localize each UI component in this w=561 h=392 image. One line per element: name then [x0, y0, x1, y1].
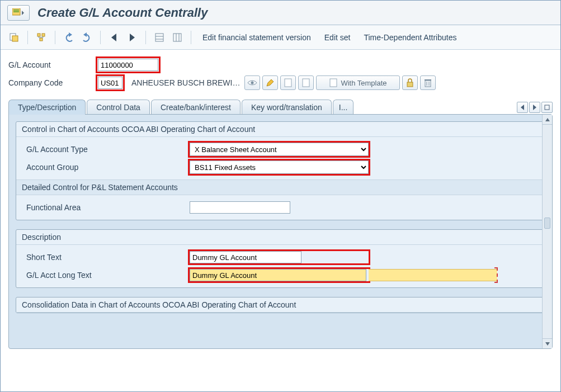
- separator: [191, 31, 191, 44]
- edit-icon[interactable]: [262, 75, 278, 90]
- tab-type-description[interactable]: Type/Description: [8, 100, 86, 115]
- scroll-grip[interactable]: [544, 218, 550, 229]
- group-consolidation: Consolidation Data in Chart of Accounts …: [16, 297, 545, 313]
- company-code-label: Company Code: [8, 78, 96, 87]
- tab-nav: [517, 102, 553, 113]
- pnl-subheader: Detailed Control for P&L Statement Accou…: [16, 180, 545, 195]
- svg-rect-5: [12, 36, 18, 41]
- gl-account-label: G/L Account: [8, 60, 96, 69]
- long-text-row: G/L Acct Long Text: [22, 266, 539, 284]
- gl-type-label: G/L Account Type: [22, 145, 190, 154]
- svg-marker-3: [22, 11, 24, 15]
- short-text-label: Short Text: [22, 253, 190, 262]
- func-area-label: Functional Area: [22, 203, 190, 212]
- display-icon[interactable]: [244, 75, 260, 90]
- tab-area: Type/Description Control Data Create/ban…: [1, 96, 560, 349]
- with-template-button[interactable]: With Template: [316, 75, 400, 90]
- svg-marker-32: [545, 118, 550, 121]
- svg-rect-21: [285, 79, 291, 87]
- redo-icon[interactable]: [79, 30, 95, 45]
- svg-rect-31: [545, 105, 549, 110]
- gl-type-select[interactable]: X Balance Sheet Account: [190, 143, 369, 156]
- with-template-label: With Template: [341, 79, 386, 87]
- svg-rect-16: [173, 34, 181, 41]
- tab-strip: Type/Description Control Data Create/ban…: [8, 99, 513, 114]
- header-inline-icons: With Template: [244, 75, 436, 90]
- tab-list[interactable]: [541, 102, 553, 113]
- func-area-row: Functional Area: [22, 199, 539, 216]
- prev-icon[interactable]: [106, 30, 122, 45]
- coa-header: Control in Chart of Accounts OCOA ABI Op…: [16, 122, 545, 137]
- tab-scroll-right[interactable]: [529, 102, 540, 113]
- svg-marker-10: [83, 32, 87, 37]
- grid-icon-1[interactable]: [152, 30, 167, 45]
- acct-group-select[interactable]: BS11 Fixed Assets: [190, 160, 369, 174]
- svg-rect-24: [407, 82, 413, 87]
- svg-point-19: [251, 82, 254, 84]
- lock-icon[interactable]: [402, 75, 418, 90]
- menu-button[interactable]: [7, 5, 30, 21]
- svg-rect-13: [155, 34, 163, 41]
- svg-marker-12: [130, 34, 135, 41]
- short-text-input[interactable]: [190, 251, 301, 263]
- svg-marker-20: [267, 79, 274, 86]
- svg-rect-23: [330, 79, 337, 87]
- svg-rect-7: [42, 34, 45, 36]
- long-text-input[interactable]: [190, 269, 366, 281]
- svg-rect-6: [37, 34, 40, 36]
- page-title: Create G/L Account Centrally: [37, 6, 208, 20]
- svg-marker-29: [521, 105, 524, 110]
- next-icon[interactable]: [124, 30, 140, 45]
- company-code-row: Company Code ANHEUSER BUSCH BREWI… With …: [8, 74, 553, 91]
- separator: [27, 31, 28, 44]
- svg-marker-30: [533, 105, 536, 110]
- edit-set-link[interactable]: Edit set: [319, 31, 356, 44]
- tab-create-bank[interactable]: Create/bank/interest: [151, 100, 241, 115]
- menu-icon: [12, 8, 25, 17]
- separator: [145, 31, 146, 44]
- scroll-up-icon[interactable]: [543, 115, 552, 125]
- time-dep-link[interactable]: Time-Dependent Attributes: [358, 31, 462, 44]
- svg-rect-8: [40, 38, 43, 41]
- acct-group-label: Account Group: [22, 163, 190, 172]
- group-coa-control: Control in Chart of Accounts OCOA ABI Op…: [16, 121, 545, 220]
- short-text-row: Short Text: [22, 248, 539, 266]
- gl-account-input[interactable]: [98, 59, 158, 71]
- edit-fsv-link[interactable]: Edit financial statement version: [197, 31, 317, 44]
- svg-marker-11: [111, 34, 116, 41]
- header-area: G/L Account Company Code ANHEUSER BUSCH …: [1, 50, 560, 96]
- svg-marker-33: [545, 342, 550, 346]
- desc-header: Description: [16, 230, 545, 245]
- company-desc: ANHEUSER BUSCH BREWI…: [131, 78, 240, 87]
- title-bar: Create G/L Account Centrally: [1, 1, 560, 25]
- tab-key-word[interactable]: Key word/translation: [242, 100, 332, 115]
- doc-icon-1[interactable]: [280, 75, 296, 90]
- app-toolbar: Edit financial statement version Edit se…: [1, 25, 560, 50]
- tab-info[interactable]: I...: [333, 100, 354, 115]
- long-text-label: G/L Acct Long Text: [22, 271, 190, 280]
- tab-panel: Control in Chart of Accounts OCOA ABI Op…: [8, 114, 553, 349]
- tab-control-data[interactable]: Control Data: [87, 100, 150, 115]
- separator: [55, 31, 55, 44]
- undo-icon[interactable]: [61, 30, 77, 45]
- document-other-icon[interactable]: [6, 30, 22, 45]
- acct-group-row: Account Group BS11 Fixed Assets: [22, 158, 539, 176]
- hierarchy-icon[interactable]: [34, 30, 49, 45]
- panel-scrollbar[interactable]: [542, 115, 552, 348]
- group-description: Description Short Text G/L Acct Long Tex…: [16, 229, 545, 288]
- grid-icon-2[interactable]: [169, 30, 185, 45]
- svg-rect-26: [425, 79, 431, 81]
- svg-rect-1: [13, 10, 19, 11]
- consol-header: Consolidation Data in Chart of Accounts …: [16, 297, 545, 313]
- company-code-input[interactable]: [98, 77, 122, 89]
- tab-scroll-left[interactable]: [517, 102, 528, 113]
- doc-icon-2[interactable]: [298, 75, 314, 90]
- separator: [100, 31, 101, 44]
- func-area-input[interactable]: [190, 201, 290, 214]
- svg-rect-22: [303, 79, 309, 87]
- svg-rect-25: [425, 81, 431, 87]
- trash-icon[interactable]: [420, 75, 436, 90]
- scroll-down-icon[interactable]: [543, 338, 552, 348]
- svg-marker-9: [69, 32, 72, 37]
- gl-account-row: G/L Account: [8, 56, 553, 73]
